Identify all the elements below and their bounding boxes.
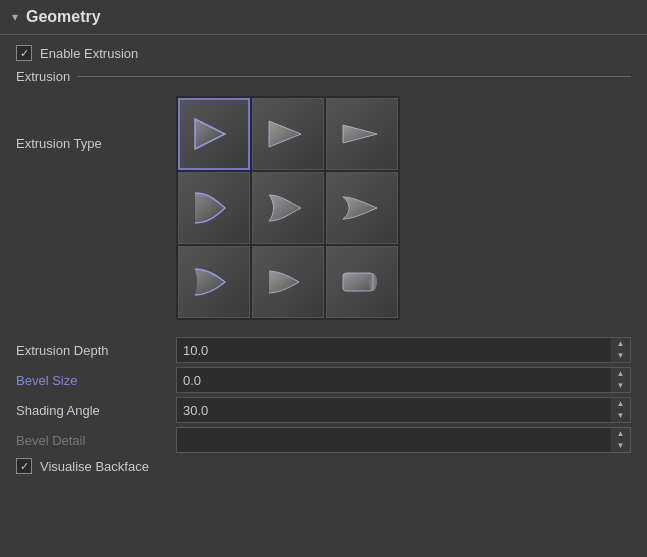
svg-marker-0 [195, 119, 225, 149]
shading-angle-row: Shading Angle ▲ ▼ [16, 396, 631, 424]
bevel-detail-up[interactable]: ▲ [611, 428, 630, 440]
extrusion-type-label: Extrusion Type [16, 96, 176, 151]
bevel-detail-input[interactable] [176, 427, 631, 453]
checkmark-icon: ✓ [20, 48, 29, 59]
bevel-detail-label: Bevel Detail [16, 433, 176, 448]
svg-marker-2 [269, 121, 301, 147]
extrusion-type-cell-2[interactable] [252, 98, 324, 170]
bevel-size-input-wrap: ▲ ▼ [176, 367, 631, 393]
extrusion-type-grid [176, 96, 400, 320]
extrusion-depth-spinner: ▲ ▼ [611, 337, 631, 363]
shading-angle-label: Shading Angle [16, 403, 176, 418]
bevel-detail-down[interactable]: ▼ [611, 440, 630, 452]
extrusion-type-cell-8[interactable] [252, 246, 324, 318]
extrusion-type-cell-3[interactable] [326, 98, 398, 170]
extrusion-type-cell-9[interactable] [326, 246, 398, 318]
extrusion-type-cell-1[interactable] [178, 98, 250, 170]
panel-header: ▾ Geometry [0, 0, 647, 35]
bevel-detail-spinner: ▲ ▼ [611, 427, 631, 453]
bevel-size-row: Bevel Size ▲ ▼ [16, 366, 631, 394]
extrusion-depth-up[interactable]: ▲ [611, 338, 630, 350]
visualise-backface-label: Visualise Backface [40, 459, 149, 474]
enable-extrusion-row: ✓ Enable Extrusion [16, 45, 631, 61]
extrusion-depth-down[interactable]: ▼ [611, 350, 630, 362]
panel-body: ✓ Enable Extrusion Extrusion Extrusion T… [0, 35, 647, 484]
panel-title: Geometry [26, 8, 101, 26]
extrusion-depth-input[interactable] [176, 337, 631, 363]
extrusion-depth-input-wrap: ▲ ▼ [176, 337, 631, 363]
extrusion-divider: Extrusion [16, 69, 631, 84]
bevel-detail-row: Bevel Detail ▲ ▼ [16, 426, 631, 454]
shading-angle-input-wrap: ▲ ▼ [176, 397, 631, 423]
svg-marker-4 [343, 125, 377, 143]
enable-extrusion-label: Enable Extrusion [40, 46, 138, 61]
shading-angle-input[interactable] [176, 397, 631, 423]
extrusion-type-row: Extrusion Type [16, 96, 631, 320]
extrusion-type-cell-5[interactable] [252, 172, 324, 244]
bevel-detail-input-wrap: ▲ ▼ [176, 427, 631, 453]
extrusion-type-cell-7[interactable] [178, 246, 250, 318]
extrusion-section-label: Extrusion [16, 69, 70, 84]
shading-angle-down[interactable]: ▼ [611, 410, 630, 422]
visualise-backface-row: ✓ Visualise Backface [16, 458, 631, 474]
bevel-size-down[interactable]: ▼ [611, 380, 630, 392]
visualise-checkmark-icon: ✓ [20, 461, 29, 472]
shading-angle-up[interactable]: ▲ [611, 398, 630, 410]
bevel-size-label: Bevel Size [16, 373, 176, 388]
enable-extrusion-checkbox[interactable]: ✓ [16, 45, 32, 61]
extrusion-type-cell-6[interactable] [326, 172, 398, 244]
bevel-size-up[interactable]: ▲ [611, 368, 630, 380]
geometry-panel: ▾ Geometry ✓ Enable Extrusion Extrusion … [0, 0, 647, 484]
visualise-backface-checkbox[interactable]: ✓ [16, 458, 32, 474]
extrusion-type-cell-4[interactable] [178, 172, 250, 244]
extrusion-depth-label: Extrusion Depth [16, 343, 176, 358]
divider-line [78, 76, 631, 77]
extrusion-depth-row: Extrusion Depth ▲ ▼ [16, 336, 631, 364]
svg-rect-6 [343, 273, 373, 291]
shading-angle-spinner: ▲ ▼ [611, 397, 631, 423]
collapse-chevron-icon[interactable]: ▾ [12, 10, 18, 24]
bevel-size-spinner: ▲ ▼ [611, 367, 631, 393]
bevel-size-input[interactable] [176, 367, 631, 393]
